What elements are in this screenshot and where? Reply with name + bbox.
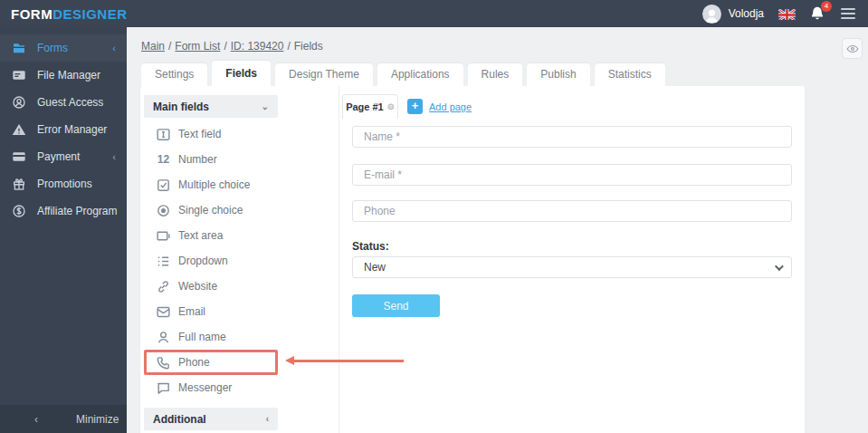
user-avatar-icon [702,5,721,24]
chevron-left-icon: ‹ [112,151,116,162]
chevron-left-icon: ‹ [266,414,269,424]
palette-item-text-field[interactable]: Text field [140,121,339,147]
sidebar-item-file-manager[interactable]: File Manager [0,62,127,89]
sidebar-item-label: Affiliate Program [37,205,117,217]
page-tab[interactable]: Page #1 ⚙ [342,94,398,119]
sidebar-item-label: Error Manager [37,123,107,136]
sidebar-item-label: Payment [37,150,80,163]
formdesigner-app: FORMDESIGNER Volodja 4 Forms ‹ [0,0,868,433]
forms-icon [12,41,26,55]
notification-badge: 4 [821,1,832,12]
user-name: Volodja [729,7,764,20]
breadcrumb-link-form-list[interactable]: Form List [175,40,220,53]
email-icon [156,304,171,320]
chevron-left-icon: ‹ [34,413,38,426]
sidebar-item-guest-access[interactable]: Guest Access [0,89,127,116]
tab-rules[interactable]: Rules [468,63,523,86]
field-palette-list: Text field 12 Number Multiple choice Sin… [140,121,339,400]
main-fields-label: Main fields [153,101,209,113]
palette-item-single-choice[interactable]: Single choice [140,197,339,223]
sidebar-item-label: Guest Access [37,96,103,109]
phone-icon [156,355,171,370]
breadcrumb-separator: / [224,40,226,53]
palette-item-dropdown[interactable]: Dropdown [140,248,339,274]
palette-item-text-area[interactable]: Text area [140,223,339,248]
minimize-label: Minimize [76,413,119,426]
logo-designer-text: DESIGNER [52,6,127,22]
error-manager-icon [12,122,26,137]
sidebar: Forms ‹ File Manager Guest Access Error … [0,27,127,433]
palette-item-phone[interactable]: Phone [140,350,339,375]
palette-item-email[interactable]: Email [140,299,339,324]
status-select[interactable]: New [352,256,792,278]
tab-publish[interactable]: Publish [527,63,589,86]
sidebar-minimize-button[interactable]: ‹ Minimize [0,405,127,433]
website-icon [156,279,171,294]
send-button[interactable]: Send [352,294,440,317]
sidebar-item-payment[interactable]: Payment ‹ [0,143,127,170]
tab-design-theme[interactable]: Design Theme [275,63,373,86]
tab-applications[interactable]: Applications [377,63,463,86]
notifications-bell-icon[interactable]: 4 [810,5,826,22]
palette-item-number[interactable]: 12 Number [140,147,339,172]
chevron-left-icon: ‹ [112,43,116,53]
form-field-phone[interactable] [352,200,792,222]
palette-item-label: Email [178,305,205,318]
additional-fields-header[interactable]: Additional ‹ [144,408,278,430]
page-settings-gear-icon[interactable]: ⚙ [387,103,395,111]
tab-settings[interactable]: Settings [141,63,207,86]
user-menu[interactable]: Volodja [702,5,764,24]
promotions-icon [12,177,26,191]
preview-eye-button[interactable] [842,38,863,59]
fields-panel: Main fields ⌄ Text field 12 Number Multi… [140,86,805,433]
additional-fields-label: Additional [153,413,206,426]
menu-hamburger-icon[interactable] [841,8,855,19]
breadcrumb-link-main[interactable]: Main [141,40,165,53]
breadcrumb-current: Fields [294,40,323,53]
app-logo[interactable]: FORMDESIGNER [11,6,128,22]
dropdown-icon [156,254,171,269]
palette-item-label: Text area [178,229,223,242]
breadcrumb-separator: / [287,40,290,53]
palette-item-label: Website [178,280,217,293]
tab-fields[interactable]: Fields [212,61,271,86]
palette-item-label: Single choice [178,204,243,216]
form-field-name[interactable] [352,126,792,148]
sidebar-item-affiliate-program[interactable]: Affiliate Program [0,197,127,225]
add-page-plus-button[interactable]: + [407,99,423,114]
palette-item-label: Messenger [178,381,232,394]
palette-item-label: Number [178,153,217,166]
sidebar-item-forms[interactable]: Forms ‹ [0,34,127,62]
chevron-down-icon [775,262,784,271]
palette-item-messenger[interactable]: Messenger [140,375,339,400]
multiple-choice-icon [156,178,171,193]
palette-item-website[interactable]: Website [140,274,339,299]
tab-statistics[interactable]: Statistics [595,63,665,86]
sidebar-item-error-manager[interactable]: Error Manager [0,116,127,143]
palette-item-label: Multiple choice [178,178,250,191]
palette-item-label: Phone [178,356,210,369]
breadcrumb-link-form-id[interactable]: ID: 139420 [231,40,284,53]
palette-item-label: Full name [178,331,226,343]
text-area-icon [156,228,171,244]
field-palette-column: Main fields ⌄ Text field 12 Number Multi… [140,86,339,433]
number-icon: 12 [156,152,171,168]
logo-form-text: FORM [11,6,52,22]
main-fields-header[interactable]: Main fields ⌄ [144,95,278,118]
form-tabs: Settings Fields Design Theme Application… [141,61,665,86]
full-name-icon [156,330,171,345]
language-flag-icon[interactable] [778,8,796,20]
breadcrumb-separator: / [168,40,171,53]
palette-item-full-name[interactable]: Full name [140,324,339,350]
palette-item-multiple-choice[interactable]: Multiple choice [140,172,339,197]
file-manager-icon [12,68,26,82]
add-page-link[interactable]: Add page [429,101,472,112]
top-bar: FORMDESIGNER Volodja 4 [0,0,868,27]
sidebar-item-promotions[interactable]: Promotions [0,170,127,197]
sidebar-item-label: Forms [37,42,68,54]
messenger-icon [156,380,171,396]
chevron-down-icon: ⌄ [262,101,269,111]
affiliate-program-icon [12,204,26,218]
form-field-email[interactable] [352,164,792,186]
status-selected-value: New [364,261,386,274]
